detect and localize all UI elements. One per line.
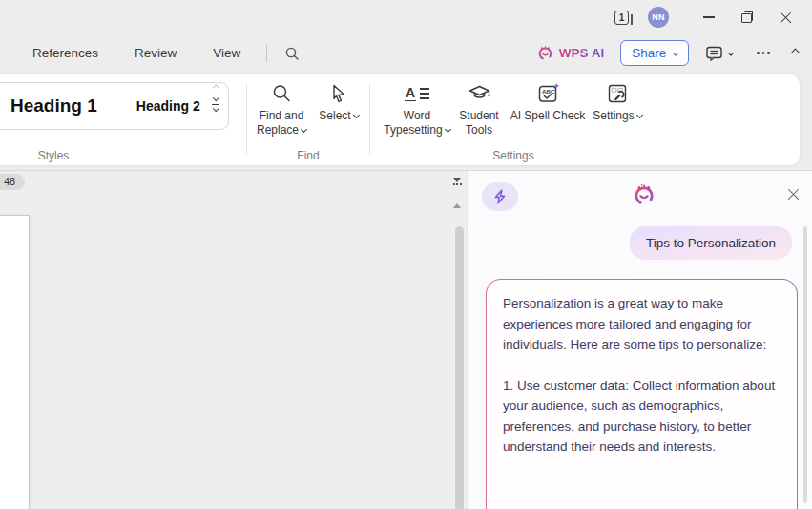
wps-ai-smiley-icon — [537, 45, 553, 61]
graduation-cap-icon — [468, 81, 491, 106]
settings-group-label: Settings — [382, 149, 645, 162]
avatar[interactable]: NN — [648, 7, 669, 28]
style-heading1[interactable]: Heading 1 — [10, 95, 97, 117]
response-paragraph: Personalization is a great way to make e… — [503, 293, 781, 355]
ai-spell-check-icon: ABC — [536, 81, 560, 106]
wps-ai-button[interactable]: WPS AI — [537, 45, 605, 61]
document-page[interactable] — [0, 215, 30, 509]
ai-response-content: Personalization is a great way to make e… — [487, 280, 797, 509]
user-message-bubble: Tips to Personalization — [630, 226, 792, 260]
chevron-up-icon — [791, 49, 801, 58]
ribbon: Heading 1 Heading 2 Styles Find and Repl… — [0, 74, 800, 165]
document-canvas[interactable]: 48 — [0, 170, 467, 509]
chevron-down-icon — [353, 112, 360, 118]
word-typesetting-label: Word Typesetting — [384, 109, 442, 137]
search-icon — [284, 46, 300, 61]
settings-label: Settings — [593, 109, 634, 122]
tab-review[interactable]: Review — [121, 46, 190, 60]
close-icon — [780, 11, 792, 24]
document-scrollbar[interactable] — [455, 226, 464, 509]
find-replace-icon — [271, 81, 292, 106]
ai-prompts-button[interactable] — [482, 182, 518, 211]
search-button[interactable] — [284, 46, 300, 61]
title-bar: 1 NN — [0, 0, 812, 34]
style-heading2[interactable]: Heading 2 — [136, 98, 200, 114]
chevron-down-icon — [636, 112, 643, 118]
scroll-marker-icon[interactable] — [452, 178, 462, 185]
chevron-down-icon — [301, 126, 307, 133]
settings-wrench-icon — [606, 81, 629, 106]
response-paragraph: 1. Use customer data: Collect informatio… — [503, 375, 781, 457]
close-button[interactable] — [770, 4, 801, 31]
gallery-scroll-down-button[interactable] — [213, 95, 219, 100]
ai-response-card: Personalization is a great way to make e… — [486, 279, 798, 509]
comment-icon — [705, 45, 723, 62]
panel-close-button[interactable] — [787, 188, 800, 201]
ai-prompts-icon — [491, 188, 509, 205]
panel-scrollbar[interactable] — [803, 226, 807, 503]
student-tools-label: Student Tools — [448, 109, 510, 138]
wps-ai-label: WPS AI — [559, 46, 605, 60]
comments-button[interactable] — [705, 45, 733, 62]
word-typesetting-icon: A — [405, 81, 429, 106]
find-group-label: Find — [251, 149, 365, 162]
gallery-scroll-up-button[interactable] — [213, 85, 219, 91]
share-button[interactable]: Share — [620, 40, 689, 66]
word-typesetting-button[interactable]: A Word Typesetting — [376, 81, 458, 138]
styles-gallery: Heading 1 Heading 2 — [0, 82, 229, 130]
scroll-up-button[interactable] — [453, 203, 461, 208]
divider — [266, 45, 267, 62]
student-tools-button[interactable]: Student Tools — [448, 81, 510, 138]
collapse-ribbon-button[interactable] — [792, 50, 799, 56]
tab-view[interactable]: View — [199, 46, 254, 60]
wps-ai-panel: Tips to Personalization Personalization … — [467, 170, 812, 509]
select-cursor-icon — [328, 81, 349, 106]
divider — [697, 45, 697, 62]
select-label: Select — [319, 109, 350, 122]
svg-text:ABC: ABC — [542, 87, 555, 94]
more-options-button[interactable] — [757, 52, 770, 54]
restore-icon — [741, 11, 753, 23]
settings-button[interactable]: Settings — [589, 81, 646, 123]
minimize-button[interactable] — [694, 4, 724, 31]
ai-spell-check-button[interactable]: ABC AI Spell Check — [504, 81, 592, 123]
select-button[interactable]: Select — [312, 81, 365, 123]
divider — [369, 83, 370, 154]
find-and-replace-button[interactable]: Find and Replace — [251, 81, 312, 138]
share-label: Share — [632, 46, 666, 60]
ribbon-tab-bar: References Review View WPS AI Share — [0, 34, 812, 72]
gallery-more-button[interactable] — [212, 104, 219, 111]
styles-group-label: Styles — [0, 149, 111, 162]
wps-ai-logo-icon — [633, 183, 656, 206]
minimize-icon — [703, 16, 715, 17]
chevron-down-icon — [673, 51, 678, 56]
find-replace-label: Find and Replace — [257, 109, 303, 137]
document-tabs-count-icon[interactable]: 1 — [614, 11, 635, 25]
restore-button[interactable] — [732, 4, 762, 31]
chevron-down-icon — [728, 51, 734, 56]
ai-spell-check-label: AI Spell Check — [510, 109, 586, 123]
tab-references[interactable]: References — [19, 46, 112, 60]
ruler-badge: 48 — [0, 174, 25, 190]
divider — [246, 83, 247, 154]
doc-count-box: 1 — [614, 11, 629, 25]
